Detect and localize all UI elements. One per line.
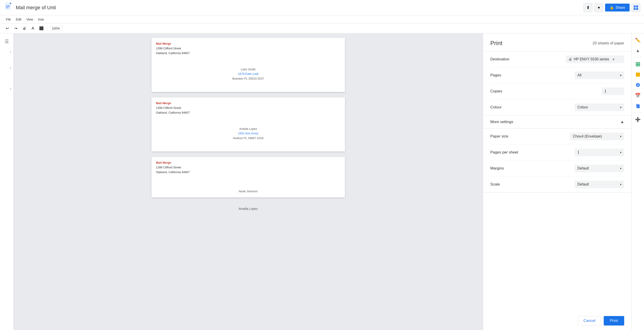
outline-icon[interactable]: ☰ [2,37,11,46]
scale-select[interactable]: Default ▾ [575,181,624,188]
printer-icon: 🖨 [568,57,572,61]
more-settings-toggle[interactable]: More settings ▲ [483,115,632,128]
lock-icon: 🔒 [610,6,614,10]
zoom-level[interactable]: 100% [50,26,62,31]
recipient-city-2: Hudson FL 34667-1018 [233,136,264,141]
envelope-page-3: Mail Merge 1398 Clifford Street Oakland,… [152,157,345,198]
undo-button[interactable]: ↩ [4,25,11,32]
rs-notes-icon[interactable] [634,70,642,79]
rs-edit-icon[interactable]: ✏️ [634,36,642,45]
sender-name-2: Mail Merge [156,101,190,106]
menu-bar: File Edit View Inse [0,15,644,24]
main-area: ☰ 1 2 3 Mail Merge 1398 Clifford Street … [0,33,644,330]
print-title: Print [490,40,502,47]
print-main-settings: Destination 🖨 HP ENVY 5530 series ▾ Page… [483,51,632,115]
print-sheets: 20 sheets of paper [592,41,624,46]
pages-select[interactable]: All ▾ [575,71,624,79]
envelope-page-1: Mail Merge 1398 Clifford Street Oakland,… [152,38,345,92]
toolbar-divider [47,26,48,31]
margins-row: Margins Default ▾ [490,160,624,177]
destination-chevron-icon: ▾ [613,58,614,61]
rs-tasks-icon[interactable] [634,80,642,89]
svg-rect-3 [6,7,10,7]
rs-sheets-icon[interactable] [634,60,642,69]
document-area[interactable]: Mail Merge 1398 Clifford Street Oakland,… [14,33,483,330]
sender-address-2: Mail Merge 1398 Clifford Street Oakland,… [156,101,190,115]
rs-divider-1 [634,57,642,58]
menu-view[interactable]: View [24,17,35,22]
sender-city-2: Oakland, California 94607 [156,110,190,115]
svg-rect-11 [638,63,640,64]
svg-rect-17 [637,105,640,108]
colour-chevron-icon: ▾ [620,105,622,109]
scale-row: Scale Default ▾ [490,177,624,192]
pages-per-sheet-select[interactable]: 1 ▾ [575,148,624,156]
recipient-name-1: Liam Smith [232,67,264,72]
svg-point-15 [636,83,640,87]
paper-size-row: Paper size Chou4 (Envelope) ▾ [490,128,624,144]
rs-add-icon[interactable]: ➕ [634,115,642,124]
right-sidebar: ✏️ ▲ 📅 ➕ [632,33,644,330]
paper-size-label: Paper size [490,134,508,139]
scale-label: Scale [490,182,500,187]
destination-row: Destination 🖨 HP ENVY 5530 series ▾ [490,51,624,67]
top-bar: Mail merge of Unti ⬆ ▾ 🔒 Share [0,0,644,15]
sender-city-3: Oakland, California 94607 [156,170,190,175]
redo-button[interactable]: ↪ [12,25,19,32]
history-icon[interactable]: ⬆ [584,3,592,12]
colour-value: Colour [578,105,588,109]
document-title[interactable]: Mail merge of Unti [16,5,584,11]
more-options-icon[interactable]: ▾ [594,3,603,12]
destination-value: HP ENVY 5530 series [574,57,609,61]
sender-name-1: Mail Merge [156,42,190,46]
pages-per-sheet-row: Pages per sheet 1 ▾ [490,144,624,160]
menu-file[interactable]: File [4,17,13,22]
sender-street-1: 1398 Clifford Street [156,46,190,51]
menu-edit[interactable]: Edit [14,17,24,22]
margins-label: Margins [490,166,504,171]
print-button[interactable]: 🖨 [21,25,28,32]
svg-rect-12 [636,64,638,66]
page-num-3: 3 [1,87,12,90]
print-footer: Cancel Print [483,311,632,330]
print-button[interactable]: Print [604,316,624,325]
destination-select[interactable]: 🖨 HP ENVY 5530 series ▾ [566,55,624,63]
svg-rect-7 [634,8,636,10]
share-button[interactable]: 🔒 Share [605,4,630,12]
svg-rect-14 [636,73,640,77]
colour-row: Colour Colour ▾ [490,99,624,115]
recipient-name-3-partial: Noah Johnson [239,190,258,193]
paper-size-chevron-icon: ▾ [620,134,622,138]
rs-calendar-icon[interactable]: 📅 [634,91,642,100]
margins-chevron-icon: ▾ [620,167,622,170]
menu-insert[interactable]: Inse [36,17,46,22]
format-button[interactable]: ⬛ [38,25,45,32]
colour-select[interactable]: Colour ▾ [575,103,624,111]
recipient-name-2: Amelia Lopez [233,127,264,131]
pages-per-sheet-value: 1 [578,150,580,154]
destination-label: Destination [490,57,510,62]
pages-per-sheet-label: Pages per sheet [490,150,518,155]
print-more-settings: Paper size Chou4 (Envelope) ▾ Pages per … [483,128,632,193]
spellcheck-button[interactable]: A [29,25,36,32]
rs-chevron-icon[interactable]: ▲ [634,46,642,55]
svg-rect-2 [6,6,10,6]
svg-rect-10 [636,63,638,64]
sender-street-3: 1398 Clifford Street [156,165,190,170]
margins-select[interactable]: Default ▾ [575,164,624,172]
pages-label: Pages [490,73,501,78]
pages-chevron-icon: ▾ [620,73,622,77]
svg-rect-4 [6,8,8,8]
page-num-1: 1 [1,51,12,53]
copies-input[interactable] [602,87,624,95]
docs-icon[interactable] [632,3,640,12]
cancel-button[interactable]: Cancel [578,316,601,325]
recipient-address-2: Amelia Lopez 1831 Kim Acres Hudson FL 34… [233,127,264,141]
page-num-2: 2 [1,67,12,69]
copies-row: Copies [490,83,624,99]
paper-size-select[interactable]: Chou4 (Envelope) ▾ [570,132,624,140]
sender-address-3: Mail Merge 1398 Clifford Street Oakland,… [156,160,190,175]
more-settings-chevron-icon: ▲ [620,119,624,124]
colour-label: Colour [490,105,502,110]
rs-docs-copy-icon[interactable] [634,101,642,110]
